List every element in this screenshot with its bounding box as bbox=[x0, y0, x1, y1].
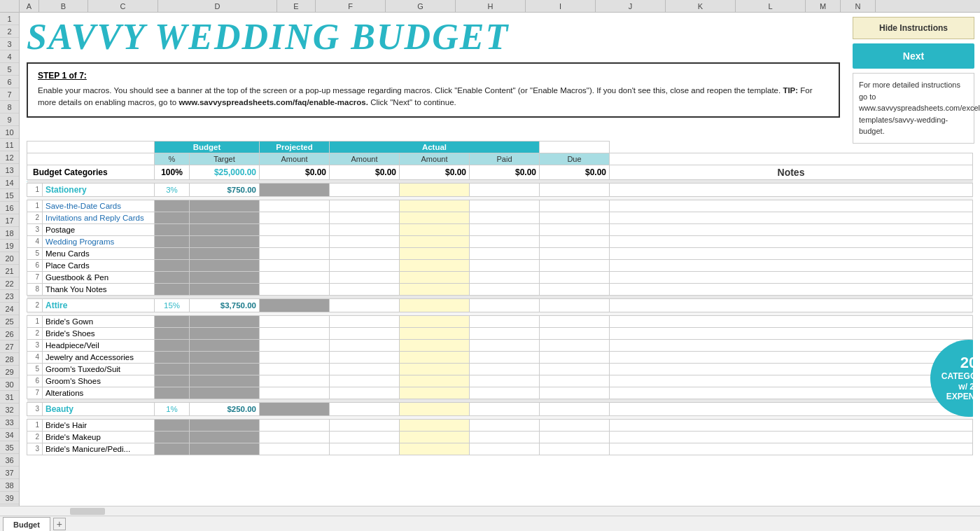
column-headers: A B C D E F G H I J K L M N bbox=[0, 0, 980, 13]
title-section: SAVVY WEDDING BUDGET bbox=[20, 13, 840, 60]
item-name-guestbook[interactable]: Guestbook & Pen bbox=[43, 271, 155, 283]
cat-target-beauty: $250.00 bbox=[190, 402, 260, 415]
row-numbers: 1 2 3 4 5 6 7 8 9 10 11 12 13 14 15 16 1… bbox=[0, 13, 20, 506]
right-panel: Hide Instructions Next For more detailed… bbox=[847, 13, 980, 148]
next-button[interactable]: Next bbox=[853, 43, 974, 69]
header-row-2: % Target Amount Amount Amount Paid Due bbox=[27, 153, 973, 165]
category-stationery-row: 1 Stationery 3% $750.00 bbox=[27, 183, 973, 196]
cat-actual-stationery[interactable] bbox=[400, 183, 470, 196]
item-row-jewelry: 4 Jewelry and Accessories bbox=[27, 351, 973, 363]
projected-header: Projected bbox=[260, 141, 330, 153]
notes-header: Notes bbox=[610, 165, 973, 179]
item-name-jewelry[interactable]: Jewelry and Accessories bbox=[43, 351, 155, 363]
item-name-brides-mani[interactable]: Bride's Manicure/Pedi... bbox=[43, 443, 155, 455]
badge-label1: CATEGORIES bbox=[941, 371, 973, 381]
scroll-bar-bottom[interactable] bbox=[0, 506, 980, 516]
tab-budget[interactable]: Budget bbox=[3, 517, 50, 531]
main-area: 1 2 3 4 5 6 7 8 9 10 11 12 13 14 15 16 1… bbox=[0, 13, 980, 506]
hide-instructions-button[interactable]: Hide Instructions bbox=[853, 17, 974, 39]
actual-amount-total: $0.00 bbox=[400, 165, 470, 179]
category-beauty-row: 3 Beauty 1% $250.00 bbox=[27, 402, 973, 415]
item-row-thankyou: 8 Thank You Notes bbox=[27, 283, 973, 295]
cat-num-stationery: 1 bbox=[27, 183, 43, 196]
cat-budget-stationery bbox=[260, 183, 330, 196]
item-row-brides-shoes: 2 Bride's Shoes bbox=[27, 327, 973, 339]
item-row-invitations: 2 Invitations and Reply Cards bbox=[27, 212, 973, 223]
instructions-text-2: Click "Next" to continue. bbox=[368, 98, 456, 106]
cat-name-attire[interactable]: Attire bbox=[43, 298, 155, 312]
item-row-programs: 4 Wedding Programs bbox=[27, 235, 973, 247]
item-row-veil: 3 Headpiece/Veil bbox=[27, 339, 973, 351]
budget-amount-total: $0.00 bbox=[260, 165, 330, 179]
item-row-brides-mani: 3 Bride's Manicure/Pedi... bbox=[27, 443, 973, 455]
due-header: Due bbox=[540, 153, 610, 165]
badge-label2: w/ 20 bbox=[958, 382, 973, 392]
instructions-text: Enable your macros. You should see a ban… bbox=[38, 85, 829, 109]
item-row-postage: 3 Postage bbox=[27, 223, 973, 235]
budget-table-container: Budget Projected Actual % Target Amount … bbox=[27, 141, 973, 455]
cat-target-stationery: $750.00 bbox=[190, 183, 260, 196]
budget-table: Budget Projected Actual % Target Amount … bbox=[27, 141, 973, 455]
item-row-brides-hair: 1 Bride's Hair bbox=[27, 419, 973, 431]
cat-target-attire: $3,750.00 bbox=[190, 298, 260, 312]
app-title: SAVVY WEDDING BUDGET bbox=[27, 17, 833, 57]
percent-total: 100% bbox=[155, 165, 190, 179]
more-info-box: For more detailed instructions go to www… bbox=[853, 73, 974, 144]
item-row-save-date: 1 Save-the-Date Cards bbox=[27, 200, 973, 212]
item-name-grooms-shoes[interactable]: Groom's Shoes bbox=[43, 375, 155, 387]
item-name-invitations[interactable]: Invitations and Reply Cards bbox=[43, 212, 155, 223]
step-label: STEP 1 of 7: bbox=[38, 71, 829, 81]
item-row-guestbook: 7 Guestbook & Pen bbox=[27, 271, 973, 283]
budget-amount-header: Amount bbox=[260, 153, 330, 165]
item-name-save-date[interactable]: Save-the-Date Cards bbox=[43, 200, 155, 212]
item-name-menu[interactable]: Menu Cards bbox=[43, 247, 155, 259]
paid-total: $0.00 bbox=[470, 165, 540, 179]
instructions-box: STEP 1 of 7: Enable your macros. You sho… bbox=[27, 62, 840, 118]
item-name-brides-gown[interactable]: Bride's Gown bbox=[43, 315, 155, 327]
badge-num: 20 bbox=[960, 354, 973, 371]
item-name-thankyou[interactable]: Thank You Notes bbox=[43, 283, 155, 295]
tab-bar: Budget + bbox=[0, 516, 980, 531]
item-name-veil[interactable]: Headpiece/Veil bbox=[43, 339, 155, 351]
horizontal-scrollbar[interactable] bbox=[70, 508, 105, 515]
badge-label3: EXPENSES bbox=[946, 392, 973, 401]
budget-header: Budget bbox=[155, 141, 260, 153]
cat-percent-beauty: 1% bbox=[155, 402, 190, 415]
cat-projected-stationery[interactable] bbox=[330, 183, 400, 196]
projected-amount-header: Amount bbox=[330, 153, 400, 165]
item-name-brides-makeup[interactable]: Bride's Makeup bbox=[43, 431, 155, 443]
header-row-3: Budget Categories 100% $25,000.00 $0.00 … bbox=[27, 165, 973, 179]
item-name-place-cards[interactable]: Place Cards bbox=[43, 259, 155, 271]
item-name-brides-shoes[interactable]: Bride's Shoes bbox=[43, 327, 155, 339]
item-row-grooms-shoes: 6 Groom's Shoes bbox=[27, 375, 973, 387]
instructions-text-1: Enable your macros. You should see a ban… bbox=[38, 86, 780, 95]
item-name-programs[interactable]: Wedding Programs bbox=[43, 235, 155, 247]
paid-header: Paid bbox=[470, 153, 540, 165]
item-name-alterations[interactable]: Alterations bbox=[43, 387, 155, 399]
cat-paid-stationery[interactable] bbox=[470, 183, 540, 196]
cat-name-beauty[interactable]: Beauty bbox=[43, 402, 155, 415]
item-name-brides-hair[interactable]: Bride's Hair bbox=[43, 419, 155, 431]
percent-header: % bbox=[155, 153, 190, 165]
cat-percent-attire: 15% bbox=[155, 298, 190, 312]
cat-notes-stationery[interactable] bbox=[610, 183, 973, 196]
header-row-1: Budget Projected Actual bbox=[27, 141, 973, 153]
item-row-place-cards: 6 Place Cards bbox=[27, 259, 973, 271]
content-area: Hide Instructions Next For more detailed… bbox=[20, 13, 980, 506]
cat-due-stationery[interactable] bbox=[540, 183, 610, 196]
spreadsheet: A B C D E F G H I J K L M N 1 2 3 4 5 6 … bbox=[0, 0, 980, 531]
due-total: $0.00 bbox=[540, 165, 610, 179]
item-name-tuxedo[interactable]: Groom's Tuxedo/Suit bbox=[43, 363, 155, 375]
tab-add-button[interactable]: + bbox=[53, 518, 66, 530]
item-row-menu: 5 Menu Cards bbox=[27, 247, 973, 259]
instructions-link: www.savvyspreadsheets.com/faq/enable-mac… bbox=[178, 98, 368, 106]
item-name-postage[interactable]: Postage bbox=[43, 223, 155, 235]
cat-name-stationery[interactable]: Stationery bbox=[43, 183, 155, 196]
actual-header: Actual bbox=[330, 141, 540, 153]
item-row-brides-makeup: 2 Bride's Makeup bbox=[27, 431, 973, 443]
target-total: $25,000.00 bbox=[190, 165, 260, 179]
item-row-brides-gown: 1 Bride's Gown bbox=[27, 315, 973, 327]
category-attire-row: 2 Attire 15% $3,750.00 bbox=[27, 298, 973, 312]
item-row-tuxedo: 5 Groom's Tuxedo/Suit 20 CATEGORIES w/ 2… bbox=[27, 363, 973, 375]
projected-amount-total: $0.00 bbox=[330, 165, 400, 179]
